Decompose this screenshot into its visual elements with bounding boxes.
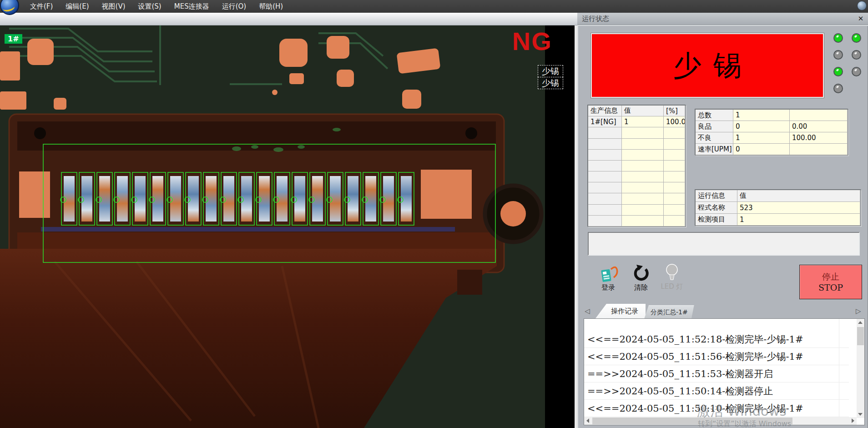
menu-item[interactable]: 设置(S) xyxy=(132,0,168,13)
table-cell xyxy=(588,216,622,227)
table-cell: 运行信息 xyxy=(696,190,737,202)
table-cell xyxy=(664,139,685,150)
vertical-scrollbar[interactable] xyxy=(857,319,864,418)
table-cell xyxy=(622,216,664,227)
table-cell: 100.00 xyxy=(790,132,848,144)
device-label: 1# xyxy=(5,34,22,44)
windows-activation-watermark: 激活 Windows xyxy=(697,403,787,421)
light-bulb-icon xyxy=(664,263,680,281)
table-cell xyxy=(664,205,685,216)
corner-orb-icon[interactable] xyxy=(857,1,867,10)
table-cell: 1 xyxy=(622,116,664,127)
production-info-table: 生产信息值[%]1#[NG]1100.00 xyxy=(588,105,686,227)
table-cell: 值 xyxy=(622,106,664,116)
scroll-up-icon[interactable] xyxy=(857,319,864,326)
status-led-off xyxy=(833,84,843,93)
table-cell xyxy=(588,127,622,138)
table-cell xyxy=(622,150,664,161)
defect-banner: 少锡 xyxy=(591,33,824,98)
camera-tab-bar xyxy=(0,13,577,25)
scroll-right-icon[interactable] xyxy=(849,417,857,424)
defect-tag: 少锡 xyxy=(538,77,563,89)
menu-bar: 文件(F)编辑(E)视图(V)设置(S)MES连接器运行(O)帮助(H) xyxy=(0,0,868,13)
tab-operation-log[interactable]: 操作记录 xyxy=(595,304,646,318)
app-window: 文件(F)编辑(E)视图(V)设置(S)MES连接器运行(O)帮助(H) 相机视… xyxy=(0,0,868,428)
log-tab-bar: ◁ 操作记录 分类汇总-1# ▷ xyxy=(584,304,865,318)
status-led-on xyxy=(833,67,843,76)
table-cell: 值 xyxy=(737,190,860,202)
camera-viewport: 1# NG 少锡 少锡 xyxy=(0,25,577,428)
clear-label: 清除 xyxy=(634,283,648,292)
table-cell xyxy=(622,127,664,138)
clear-button[interactable]: 清除 xyxy=(628,264,654,292)
table-cell xyxy=(588,205,622,216)
status-led-off xyxy=(852,67,861,76)
vscroll-thumb[interactable] xyxy=(857,327,864,345)
table-cell xyxy=(588,182,622,193)
windows-activation-watermark-sub: 转到“设置”以激活 Windows xyxy=(698,419,791,428)
table-cell: 不良 xyxy=(696,132,733,144)
table-cell xyxy=(664,182,685,193)
table-cell: 1 xyxy=(733,132,790,144)
table-cell: 速率[UPM] xyxy=(696,144,733,155)
table-cell xyxy=(790,144,848,155)
table-cell xyxy=(664,161,685,171)
run-info-table: 运行信息值程式名称523检测项目1 xyxy=(695,190,861,226)
close-icon[interactable]: ✕ xyxy=(857,15,865,23)
table-cell xyxy=(622,205,664,216)
menu-item[interactable]: MES连接器 xyxy=(168,0,216,13)
login-badge-icon xyxy=(598,264,618,282)
tab-scroll-left-icon[interactable]: ◁ xyxy=(585,307,590,315)
status-led-on xyxy=(833,33,843,43)
table-cell: 0.00 xyxy=(790,121,848,132)
status-led-on xyxy=(852,33,861,43)
inspection-result-text: NG xyxy=(512,26,552,56)
led-light-label: LED 灯 xyxy=(661,282,683,291)
scroll-left-icon[interactable] xyxy=(584,417,591,424)
table-cell xyxy=(664,171,685,182)
table-cell xyxy=(622,161,664,171)
table-cell xyxy=(664,216,685,227)
table-cell: 程式名称 xyxy=(696,202,737,214)
table-cell xyxy=(664,193,685,204)
stop-label-en: STOP xyxy=(818,282,843,293)
message-box xyxy=(588,232,860,256)
log-entry: <<==2024-05-05_11:52:18-检测完毕-少锡-1# xyxy=(584,331,849,348)
menu-item[interactable]: 文件(F) xyxy=(24,0,59,13)
refresh-icon xyxy=(632,264,650,282)
table-cell: 1 xyxy=(733,110,790,121)
status-led-off xyxy=(852,50,861,60)
table-cell: 1 xyxy=(737,214,860,226)
table-cell xyxy=(790,110,848,121)
table-cell xyxy=(664,150,685,161)
tab-scroll-right-icon[interactable]: ▷ xyxy=(856,307,861,315)
table-cell xyxy=(622,171,664,182)
table-cell: 523 xyxy=(737,202,860,214)
pcb-image xyxy=(0,25,577,428)
table-cell xyxy=(588,193,622,204)
table-cell xyxy=(664,127,685,138)
status-led-grid xyxy=(833,33,863,95)
table-cell: 1#[NG] xyxy=(588,116,622,127)
log-entry: ==>>2024-05-05_11:51:53-检测器开启 xyxy=(584,365,849,383)
menu-item[interactable]: 视图(V) xyxy=(96,0,132,13)
table-cell xyxy=(588,150,622,161)
scroll-down-icon[interactable] xyxy=(857,411,864,418)
table-cell xyxy=(622,139,664,150)
tab-classification-summary[interactable]: 分类汇总-1# xyxy=(644,305,694,319)
table-cell: [%] xyxy=(664,106,685,116)
status-panel-title: 运行状态 xyxy=(582,15,609,23)
stop-button[interactable]: 停止 STOP xyxy=(799,265,862,299)
stop-label-cn: 停止 xyxy=(822,271,839,282)
menu-item[interactable]: 运行(O) xyxy=(216,0,253,13)
login-button[interactable]: 登录 xyxy=(595,264,621,292)
table-cell: 生产信息 xyxy=(588,106,622,116)
led-light-button[interactable]: LED 灯 xyxy=(659,263,685,291)
status-panel-titlebar: 运行状态 ✕ xyxy=(577,13,868,25)
menu-item[interactable]: 编辑(E) xyxy=(59,0,95,13)
menu-item[interactable]: 帮助(H) xyxy=(252,0,289,13)
table-cell: 总数 xyxy=(696,110,733,121)
table-cell: 0 xyxy=(733,121,790,132)
table-cell: 检测项目 xyxy=(696,214,737,226)
table-cell xyxy=(622,193,664,204)
